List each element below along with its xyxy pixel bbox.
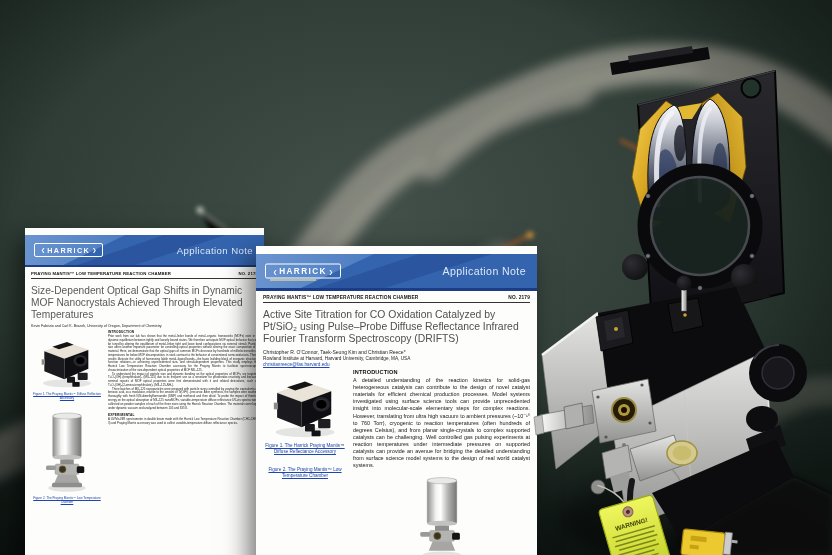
logo-chevron-left-icon: ❮ xyxy=(273,268,277,274)
logo-chevron-right-icon: ❯ xyxy=(329,268,333,274)
harrick-logo: ❮HARRICK❯ xyxy=(265,264,341,279)
body-text-column: INTRODUCTION A detailed understanding of… xyxy=(353,369,530,555)
intro-paragraph: A detailed understanding of the reaction… xyxy=(353,377,530,470)
figure-1-caption-link[interactable]: Figure 1. The Praying Mantis™ Diffuse Re… xyxy=(31,392,103,400)
note-number: NO. 2179 xyxy=(508,295,530,300)
authors-line: Kevin Fabrizio and Carl K. Brozek, Unive… xyxy=(31,324,258,328)
intro-paragraph: Three batches of MIL-125 nanoparticles w… xyxy=(108,388,258,411)
page-title: Active Site Titration for CO Oxidation C… xyxy=(263,309,530,346)
page-title: Size-Dependent Optical Gap Shifts in Dyn… xyxy=(31,285,258,321)
header-band: ❮HARRICK❯ Application Note xyxy=(25,235,264,267)
intro-paragraph: To understand the impact of particle siz… xyxy=(108,373,258,388)
promo-banner: ❮HARRICK❯ Application Note PRAYING MANTI… xyxy=(0,0,832,555)
figure-1-caption-link[interactable]: Figure 1. The Harrick Praying Mantis™ Di… xyxy=(263,443,347,455)
figure-2-caption-link[interactable]: Figure 2. The Praying Mantis™ Low Temper… xyxy=(31,496,103,504)
divider xyxy=(263,302,530,303)
affiliation-line: Rowland Institute at Harvard, Harvard Un… xyxy=(263,356,530,361)
application-note-badge: Application Note xyxy=(442,265,526,277)
figure-2-caption-link[interactable]: Figure 2. The Praying Mantis™ Low Temper… xyxy=(263,467,347,479)
plunger-knob xyxy=(677,276,692,291)
series-row: PRAYING MANTIS™ LOW TEMPERATURE REACTION… xyxy=(31,271,258,276)
series-row: PRAYING MANTIS™ LOW TEMPERATURE REACTION… xyxy=(263,295,530,300)
logo-chevron-left-icon: ❮ xyxy=(41,247,45,253)
logo-chevron-right-icon: ❯ xyxy=(92,247,96,253)
application-note-badge: Application Note xyxy=(177,245,253,256)
application-note-page-2: ❮HARRICK❯ Application Note PRAYING MANTI… xyxy=(256,246,537,555)
divider xyxy=(31,278,258,279)
harrick-logo-text: HARRICK xyxy=(279,267,327,276)
low-temp-chamber-figure-image xyxy=(414,474,470,555)
series-title: PRAYING MANTIS™ LOW TEMPERATURE REACTION… xyxy=(31,271,171,276)
lid-hole xyxy=(742,79,761,98)
harrick-logo: ❮HARRICK❯ xyxy=(34,243,103,257)
experimental-paragraph: A UV/Vis-NIR spectrometer in double beam… xyxy=(108,418,258,426)
lid-knob-left xyxy=(622,254,648,280)
logo-tagline-line xyxy=(270,279,316,281)
series-title: PRAYING MANTIS™ LOW TEMPERATURE REACTION… xyxy=(263,295,418,300)
intro-heading: INTRODUCTION xyxy=(353,369,530,376)
praying-mantis-figure-image xyxy=(264,371,346,441)
body-text-column: INTRODUCTION Prior work from our lab has… xyxy=(108,330,258,505)
intro-paragraph: Prior work from our lab has shown that t… xyxy=(108,335,258,373)
figure-column: Figure 1. The Praying Mantis™ Diffuse Re… xyxy=(31,330,103,505)
application-note-page-1: ❮HARRICK❯ Application Note PRAYING MANTI… xyxy=(25,228,264,555)
authors-line: Christopher R. O'Connor, Taek-Seung Kim … xyxy=(263,349,530,355)
harrick-logo-text: HARRICK xyxy=(47,246,90,255)
header-band: ❮HARRICK❯ Application Note xyxy=(256,254,537,291)
low-temp-chamber-figure-image xyxy=(40,410,94,494)
plunger-rod xyxy=(682,287,687,311)
email-link[interactable]: christianreece@fas.harvard.edu xyxy=(263,362,330,367)
figure-column: Figure 1. The Harrick Praying Mantis™ Di… xyxy=(263,369,347,555)
praying-mantis-device-photo: WARNING! xyxy=(532,25,832,555)
praying-mantis-figure-image xyxy=(33,334,101,390)
